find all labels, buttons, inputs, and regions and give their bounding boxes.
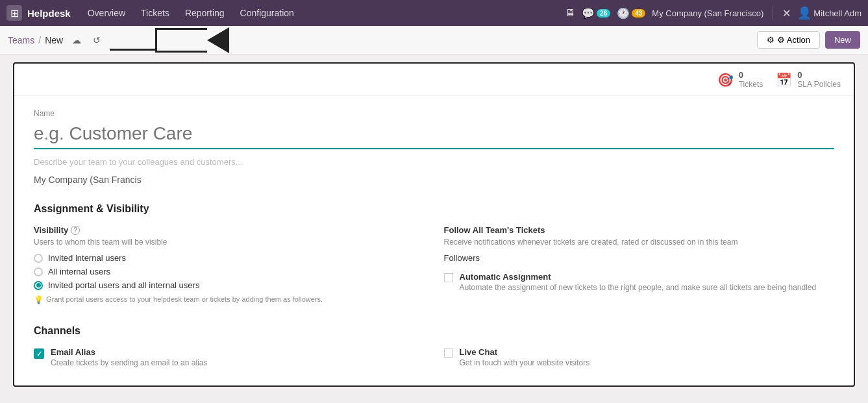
nav-reporting[interactable]: Reporting xyxy=(179,5,231,21)
discard-button[interactable]: ↺ xyxy=(90,34,103,47)
tickets-icon: 🎯 xyxy=(717,72,734,88)
assignment-section-title: Assignment & Visibility xyxy=(34,198,834,215)
followers-label: Followers xyxy=(444,253,835,263)
nav-divider xyxy=(773,6,773,19)
name-field-label: Name xyxy=(34,109,834,118)
visibility-label: Visibility ? xyxy=(34,225,425,235)
screen-icon[interactable]: 🖥 xyxy=(565,7,575,19)
channels-section-title: Channels xyxy=(34,320,834,337)
radio-all-internal[interactable]: All internal users xyxy=(34,267,425,276)
check-icon: ✓ xyxy=(36,350,42,358)
radio-label-invited-portal: Invited portal users and all internal us… xyxy=(48,280,199,290)
radio-circle-invited-portal xyxy=(34,281,43,290)
company-field: My Company (San Francis xyxy=(34,175,834,185)
breadcrumb-parent[interactable]: Teams xyxy=(8,35,34,45)
chat-badge: 26 xyxy=(597,9,610,18)
tickets-stat-button[interactable]: 🎯 0 Tickets xyxy=(717,70,763,89)
radio-hint: 💡 Grant portal users access to your help… xyxy=(34,295,425,304)
breadcrumb-bar: Teams / New ☁ ↺ ⚙ ⚙ Action New xyxy=(0,26,868,55)
tickets-count: 0 xyxy=(739,70,743,80)
main-content: 🎯 0 Tickets 📅 0 SLA Policies Name Descri… xyxy=(0,55,868,395)
form-body: Name Describe your team to your colleagu… xyxy=(14,96,854,380)
radio-label-all-internal: All internal users xyxy=(48,267,110,276)
visibility-radio-group: Invited internal users All internal user… xyxy=(34,253,425,290)
nav-overview[interactable]: Overview xyxy=(81,5,132,21)
email-alias-desc: Create tickets by sending an email to an… xyxy=(51,358,207,367)
visibility-help-icon[interactable]: ? xyxy=(71,226,80,235)
user-name: Mitchell Adm xyxy=(813,8,862,18)
radio-invited-portal[interactable]: Invited portal users and all internal us… xyxy=(34,280,425,290)
email-alias-label: Email Alias xyxy=(51,347,207,357)
form-card: 🎯 0 Tickets 📅 0 SLA Policies Name Descri… xyxy=(13,62,855,387)
nav-configuration[interactable]: Configuration xyxy=(234,5,301,21)
follow-desc: Receive notifications whenever tickets a… xyxy=(444,238,835,247)
description-field[interactable]: Describe your team to your colleagues an… xyxy=(34,157,834,167)
hint-icon: 💡 xyxy=(34,295,43,304)
radio-label-invited-internal: Invited internal users xyxy=(48,253,126,263)
calendar-badge: 43 xyxy=(632,9,645,18)
tickets-label: Tickets xyxy=(739,80,763,89)
gear-icon: ⚙ xyxy=(767,35,775,45)
live-chat-desc: Get in touch with your website visitors xyxy=(460,358,590,367)
save-button[interactable]: ☁ xyxy=(69,34,84,47)
action-button[interactable]: ⚙ ⚙ Action xyxy=(757,31,820,49)
left-column: Visibility ? Users to whom this team wil… xyxy=(34,225,425,304)
user-avatar[interactable]: 👤 Mitchell Adm xyxy=(797,6,862,20)
arrow-annotation xyxy=(110,27,229,53)
sla-icon: 📅 xyxy=(776,72,792,88)
visibility-desc: Users to whom this team will be visible xyxy=(34,238,425,247)
channels-two-col: ✓ Email Alias Create tickets by sending … xyxy=(34,347,834,367)
chat-icon[interactable]: 💬 26 xyxy=(582,7,610,19)
auto-assign-checkbox[interactable] xyxy=(444,273,453,282)
radio-circle-invited-internal xyxy=(34,254,43,263)
app-grid-icon[interactable]: ⊞ xyxy=(6,5,22,21)
calendar-icon[interactable]: 🕐 43 xyxy=(617,7,645,19)
auto-assign-label: Automatic Assignment xyxy=(460,272,817,282)
new-button[interactable]: New xyxy=(825,31,860,49)
two-col-layout: Visibility ? Users to whom this team wil… xyxy=(34,225,834,304)
sla-stat-button[interactable]: 📅 0 SLA Policies xyxy=(776,70,841,89)
channels-section: Channels ✓ Email Alias Create tickets by… xyxy=(34,320,834,367)
sla-label: SLA Policies xyxy=(797,80,841,89)
breadcrumb-actions: ⚙ ⚙ Action New xyxy=(757,31,860,49)
live-chat-label: Live Chat xyxy=(460,347,590,357)
nav-tickets[interactable]: Tickets xyxy=(134,5,176,21)
top-nav: ⊞ Helpdesk Overview Tickets Reporting Co… xyxy=(0,0,868,26)
close-icon[interactable]: ✕ xyxy=(782,7,791,19)
breadcrumb-separator: / xyxy=(38,35,41,45)
sla-count: 0 xyxy=(797,70,802,80)
form-header: 🎯 0 Tickets 📅 0 SLA Policies xyxy=(14,64,854,96)
live-chat-checkbox[interactable] xyxy=(444,348,453,358)
auto-assign-desc: Automate the assignment of new tickets t… xyxy=(460,283,817,292)
action-label: ⚙ Action xyxy=(777,35,810,45)
follow-label: Follow All Team's Tickets xyxy=(444,225,835,235)
email-alias-checkbox[interactable]: ✓ xyxy=(34,348,44,359)
radio-dot xyxy=(36,283,41,287)
hint-text: Grant portal users access to your helpde… xyxy=(46,295,323,303)
name-input[interactable] xyxy=(34,121,834,149)
breadcrumb-current: New xyxy=(45,35,63,45)
right-column: Follow All Team's Tickets Receive notifi… xyxy=(444,225,835,304)
breadcrumb: Teams / New xyxy=(8,35,63,45)
email-alias-row: ✓ Email Alias Create tickets by sending … xyxy=(34,347,425,367)
brand-label: Helpdesk xyxy=(27,8,71,19)
radio-circle-all-internal xyxy=(34,267,43,276)
radio-invited-internal[interactable]: Invited internal users xyxy=(34,253,425,263)
live-chat-row: Live Chat Get in touch with your website… xyxy=(444,347,835,367)
company-name: My Company (San Francisco) xyxy=(652,8,763,18)
auto-assign-row: Automatic Assignment Automate the assign… xyxy=(444,272,835,292)
